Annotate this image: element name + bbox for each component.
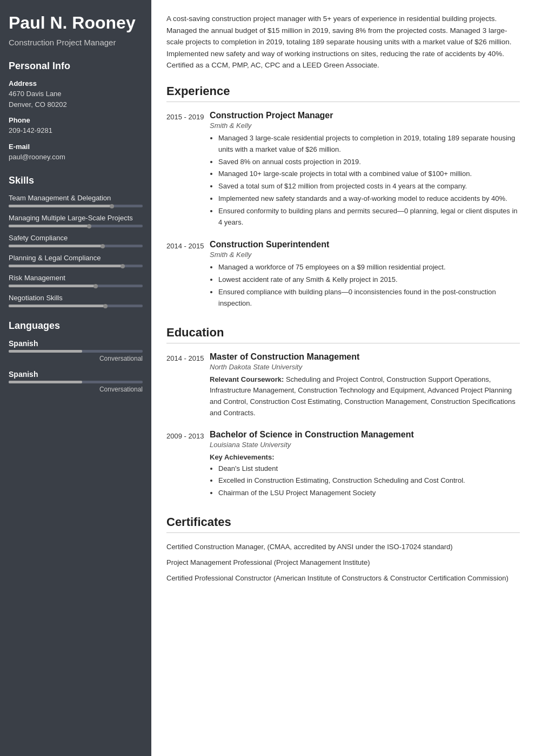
experience-title: Experience: [166, 84, 520, 102]
entry-bullet: Managed 10+ large-scale projects in tota…: [218, 168, 520, 180]
skill-bar-dot: [87, 224, 91, 228]
entry-org: Louisiana State University: [210, 441, 520, 449]
skill-bar-dot: [121, 264, 125, 268]
certificate-item: Project Management Professional (Project…: [166, 557, 520, 569]
entry-org: Smith & Kelly: [210, 251, 520, 259]
languages-list: Spanish Conversational Spanish Conversat…: [9, 339, 143, 393]
skill-bar-fill: [9, 265, 123, 267]
entry-text: Relevant Coursework: Scheduling and Proj…: [210, 374, 520, 419]
entry-bullet: Saved 8% on annual costs projection in 2…: [218, 157, 520, 168]
education-list: 2014 - 2015 Master of Construction Manag…: [166, 352, 520, 500]
language-level: Conversational: [9, 386, 143, 393]
sidebar-name: Paul N. Rooney: [9, 13, 143, 33]
skills-title: Skills: [9, 175, 143, 186]
languages-section: Languages Spanish Conversational Spanish…: [9, 320, 143, 393]
language-item: Spanish Conversational: [9, 339, 143, 362]
skill-bar-bg: [9, 265, 143, 267]
email-label: E-mail: [9, 143, 143, 151]
education-title: Education: [166, 326, 520, 343]
skill-item: Negotiation Skills: [9, 294, 143, 307]
entry-bullet: Lowest accident rate of any Smith & Kell…: [218, 274, 520, 286]
entry-bullet: Saved a total sum of $12 million from pr…: [218, 181, 520, 192]
skill-item: Managing Multiple Large-Scale Projects: [9, 214, 143, 227]
experience-entry: 2015 - 2019 Construction Project Manager…: [166, 111, 520, 229]
skill-item: Safety Compliance: [9, 234, 143, 247]
skill-item: Team Management & Delegation: [9, 194, 143, 207]
sidebar: Paul N. Rooney Construction Project Mana…: [0, 0, 151, 756]
skill-name: Safety Compliance: [9, 234, 143, 242]
email-value: paul@rooney.com: [9, 152, 143, 163]
education-entry: 2009 - 2013 Bachelor of Science in Const…: [166, 430, 520, 500]
address-label: Address: [9, 79, 143, 87]
skill-bar-dot: [110, 204, 114, 208]
summary-text: A cost-saving construction project manag…: [166, 13, 520, 71]
sidebar-job-title: Construction Project Manager: [9, 37, 143, 48]
skill-item: Planning & Legal Compliance: [9, 254, 143, 267]
entry-title: Bachelor of Science in Construction Mana…: [210, 430, 520, 440]
entry-dates: 2009 - 2013: [166, 430, 210, 500]
skill-name: Planning & Legal Compliance: [9, 254, 143, 262]
entry-title: Construction Project Manager: [210, 111, 520, 120]
entry-bullet: Managed 3 large-scale residential projec…: [218, 133, 520, 156]
education-section: Education 2014 - 2015 Master of Construc…: [166, 326, 520, 500]
skill-bar-fill: [9, 285, 96, 287]
skills-list: Team Management & Delegation Managing Mu…: [9, 194, 143, 307]
personal-info-section: Personal Info Address 4670 Davis Lane De…: [9, 60, 143, 162]
entry-bullet: Excelled in Construction Estimating, Con…: [218, 475, 520, 487]
skill-bar-dot: [103, 304, 108, 308]
entry-dates: 2014 - 2015: [166, 352, 210, 419]
certificate-item: Certified Professional Constructor (Amer…: [166, 573, 520, 584]
language-name: Spanish: [9, 339, 143, 348]
certificates-section: Certificates Certified Construction Mana…: [166, 515, 520, 584]
entry-org: North Dakota State University: [210, 363, 520, 371]
skill-bar-fill: [9, 205, 112, 207]
language-item: Spanish Conversational: [9, 370, 143, 393]
experience-list: 2015 - 2019 Construction Project Manager…: [166, 111, 520, 310]
entry-bullet: Chairman of the LSU Project Management S…: [218, 488, 520, 499]
entry-content: Bachelor of Science in Construction Mana…: [210, 430, 520, 500]
languages-title: Languages: [9, 320, 143, 332]
skill-bar-bg: [9, 205, 143, 207]
main-content: A cost-saving construction project manag…: [151, 0, 535, 756]
entry-content: Construction Superintendent Smith & Kell…: [210, 240, 520, 310]
language-bar-fill: [9, 381, 82, 383]
entry-bullet: Ensured compliance with building plans—0…: [218, 287, 520, 309]
entry-bullets: Managed a workforce of 75 employees on a…: [210, 262, 520, 309]
entry-bullet: Ensured conformity to building plans and…: [218, 206, 520, 228]
skill-bar-bg: [9, 245, 143, 247]
entry-key-achievements: Key Achievements:: [210, 453, 274, 461]
certificates-list: Certified Construction Manager, (CMAA, a…: [166, 542, 520, 584]
education-entry: 2014 - 2015 Master of Construction Manag…: [166, 352, 520, 419]
skill-bar-dot: [93, 284, 98, 288]
entry-bullets: Managed 3 large-scale residential projec…: [210, 133, 520, 228]
certificates-title: Certificates: [166, 515, 520, 533]
entry-dates: 2014 - 2015: [166, 240, 210, 310]
skill-bar-bg: [9, 285, 143, 287]
entry-text-bold-header: Key Achievements:: [210, 452, 520, 463]
entry-text-bold: Relevant Coursework:: [210, 375, 284, 383]
language-level: Conversational: [9, 355, 143, 362]
skill-name: Managing Multiple Large-Scale Projects: [9, 214, 143, 222]
language-name: Spanish: [9, 370, 143, 379]
language-bar-bg: [9, 350, 143, 353]
skill-bar-dot: [101, 244, 105, 248]
language-bar-bg: [9, 381, 143, 383]
skills-section: Skills Team Management & Delegation Mana…: [9, 175, 143, 307]
skill-name: Negotiation Skills: [9, 294, 143, 302]
phone-value: 209-142-9281: [9, 125, 143, 136]
entry-dates: 2015 - 2019: [166, 111, 210, 229]
skill-name: Team Management & Delegation: [9, 194, 143, 202]
skill-bar-bg: [9, 305, 143, 307]
phone-label: Phone: [9, 116, 143, 124]
skill-name: Risk Management: [9, 274, 143, 282]
entry-title: Master of Construction Management: [210, 352, 520, 362]
entry-org: Smith & Kelly: [210, 122, 520, 130]
address-line2: Denver, CO 80202: [9, 99, 143, 110]
certificate-item: Certified Construction Manager, (CMAA, a…: [166, 542, 520, 553]
entry-content: Master of Construction Management North …: [210, 352, 520, 419]
skill-item: Risk Management: [9, 274, 143, 287]
entry-bullet: Dean's List student: [218, 463, 520, 475]
entry-content: Construction Project Manager Smith & Kel…: [210, 111, 520, 229]
entry-bullet: Implemented new safety standards and a w…: [218, 193, 520, 205]
skill-bar-bg: [9, 225, 143, 227]
